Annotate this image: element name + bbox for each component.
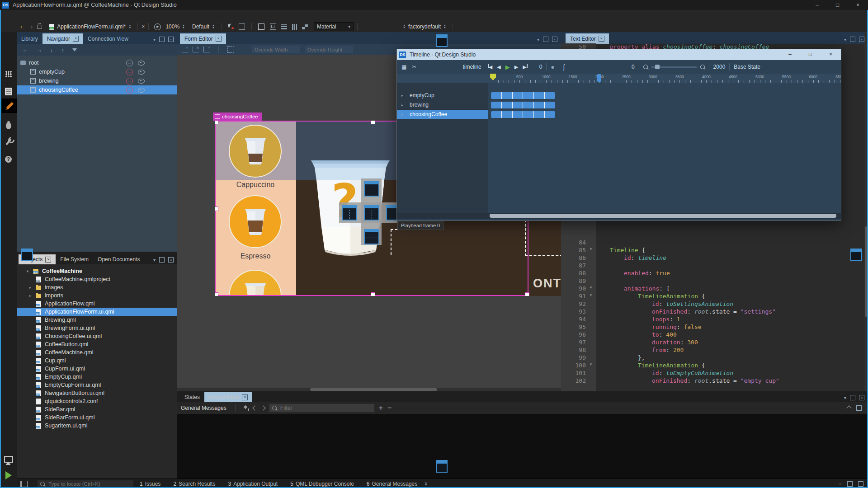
export-icon[interactable]: ← <box>126 60 133 66</box>
help-mode-icon[interactable]: ? <box>0 152 17 166</box>
file-row[interactable]: Cup.qml <box>17 357 177 365</box>
material-dropdown[interactable]: Material▾ <box>314 22 354 31</box>
timeline-zoom-slider[interactable] <box>651 66 697 68</box>
close-tab-icon[interactable]: × <box>216 36 222 42</box>
document-stepper[interactable]: ▲▼ <box>128 24 131 29</box>
prev-item-icon[interactable] <box>252 405 257 410</box>
export-icon[interactable]: ← <box>126 78 133 84</box>
navigator-tree-row[interactable]: choosingCoffee ← <box>17 85 177 94</box>
move-up-icon[interactable]: ↑ <box>61 47 65 53</box>
file-row[interactable]: ▸ imports <box>17 291 177 300</box>
play-icon[interactable]: ▶ <box>505 64 510 70</box>
kit-selector[interactable]: factorydefault <box>408 23 441 30</box>
file-row[interactable]: NavigationButton.ui.qml <box>17 389 177 397</box>
fold-icon[interactable]: ▾ <box>586 285 596 293</box>
panel-layout-icon[interactable] <box>847 481 853 487</box>
timeline-titlebar[interactable]: DS Timeline - Qt Design Studio – □ × <box>397 49 841 60</box>
panel-icon[interactable] <box>856 405 862 411</box>
expander-icon[interactable]: ▸ <box>401 94 406 98</box>
close-panel-icon[interactable]: × <box>168 257 174 263</box>
zoom-in-icon[interactable] <box>700 65 705 69</box>
lock-icon[interactable] <box>37 25 42 29</box>
zoom-out-icon[interactable]: − <box>387 404 392 412</box>
file-row[interactable]: CoffeeMachine.qmlproject <box>17 275 177 283</box>
chevron-down-icon[interactable]: ▾ <box>153 37 156 42</box>
chevron-down-icon[interactable]: ▾ <box>844 395 846 400</box>
fold-icon[interactable]: ▾ <box>586 362 596 370</box>
edit-mode-icon[interactable] <box>0 84 17 98</box>
file-row[interactable]: qtquickcontrols2.conf <box>17 397 177 405</box>
file-row[interactable]: ChoosingCoffee.ui.qml <box>17 332 177 340</box>
close-button[interactable]: × <box>848 0 868 10</box>
timeline-track[interactable]: ▸ brewing <box>397 100 841 110</box>
next-frame-icon[interactable]: ▶ <box>514 64 518 70</box>
form-editor-tab[interactable]: Form Editor× <box>180 33 226 44</box>
output-pane-button[interactable]: 2Search Results <box>173 481 215 487</box>
close-tab-icon[interactable]: × <box>599 36 604 42</box>
kit-target-icon[interactable] <box>0 453 17 465</box>
filter-input[interactable] <box>279 404 354 412</box>
expander-icon[interactable]: ▸ <box>401 103 406 107</box>
close-document-icon[interactable]: × <box>142 23 145 30</box>
expander-icon[interactable]: ▸ <box>29 286 36 290</box>
dock-left-indicator[interactable] <box>342 205 357 221</box>
minimize-button[interactable]: – <box>807 0 827 10</box>
file-row[interactable]: EmptyCupForm.ui.qml <box>17 381 177 389</box>
maximize-button[interactable]: □ <box>827 0 848 10</box>
locator-input[interactable] <box>47 481 122 487</box>
kit-stepper-right[interactable]: ▲▼ <box>443 24 446 29</box>
dock-edge-bottom-indicator[interactable] <box>436 460 448 473</box>
file-row[interactable]: ApplicationFlow.qml <box>17 300 177 308</box>
close-tab-icon[interactable]: × <box>73 36 79 42</box>
output-pane-button[interactable]: 6General Messages <box>367 481 417 487</box>
expander-icon[interactable]: ▸ <box>29 294 36 298</box>
dock-bottom-indicator[interactable] <box>364 229 379 244</box>
zoom-in-icon[interactable]: + <box>379 404 383 412</box>
eye-icon[interactable] <box>138 70 145 75</box>
visibility-list-icon[interactable] <box>281 24 287 29</box>
file-row[interactable]: ▸ images <box>17 283 177 291</box>
projects-tab[interactable]: File System× <box>56 254 93 264</box>
dock-edge-top-indicator[interactable] <box>436 34 448 47</box>
title-bar[interactable]: DS ApplicationFlowForm.ui.qml @ CoffeeMa… <box>0 0 868 10</box>
to-end-icon[interactable]: ▶ <box>523 64 527 70</box>
no-snapping-icon[interactable] <box>182 47 188 52</box>
close-tab-icon[interactable]: × <box>45 257 51 263</box>
current-keyframe-field[interactable]: 0 <box>632 64 635 70</box>
navigator-tree-row[interactable]: emptyCup ← <box>17 67 177 76</box>
pane-stepper[interactable]: ▲▼ <box>425 482 427 486</box>
minimize-button[interactable]: – <box>780 49 800 59</box>
show-bounds-icon[interactable] <box>227 46 234 53</box>
output-tab[interactable]: States× <box>180 392 204 402</box>
minimize-pane-icon[interactable]: − <box>839 481 842 487</box>
move-left-icon[interactable]: ← <box>22 47 28 53</box>
file-row[interactable]: SideBar.qml <box>17 405 177 413</box>
split-panel-icon[interactable] <box>159 37 165 42</box>
espresso-button[interactable] <box>229 195 282 248</box>
dock-center-indicator[interactable] <box>364 205 379 221</box>
to-start-icon[interactable]: ◀ <box>488 64 492 70</box>
timeline-settings-icon[interactable]: ▦ <box>401 64 406 70</box>
split-panel-icon[interactable] <box>850 395 855 400</box>
playhead-frame-field[interactable]: 0 <box>539 64 542 70</box>
maximize-pane-icon[interactable] <box>846 405 851 410</box>
close-panel-icon[interactable]: × <box>552 37 557 42</box>
output-log[interactable] <box>177 414 868 479</box>
file-row[interactable]: SideBarForm.ui.qml <box>17 413 177 422</box>
snap-items-icon[interactable] <box>270 23 276 30</box>
dock-edge-left-indicator[interactable] <box>21 249 33 261</box>
back-icon[interactable]: ‹ <box>20 23 23 30</box>
file-row[interactable]: CoffeeButton.qml <box>17 340 177 348</box>
welcome-mode-icon[interactable] <box>0 67 17 81</box>
chevron-down-icon[interactable]: ▾ <box>844 37 846 42</box>
timeline-track[interactable]: ▸ emptyCup <box>397 91 841 100</box>
dock-top-indicator[interactable] <box>364 181 379 197</box>
slider-knob[interactable] <box>655 65 660 69</box>
forward-icon[interactable]: › <box>31 23 33 30</box>
fold-icon[interactable]: ▾ <box>586 247 596 254</box>
export-icon[interactable]: ← <box>126 69 133 75</box>
timeline-ruler[interactable]: 5001000150020002500300035004000450050005… <box>397 74 841 83</box>
timeline-window[interactable]: DS Timeline - Qt Design Studio – □ × ▦ ✂… <box>396 49 841 221</box>
eye-icon[interactable] <box>138 61 145 66</box>
end-marker[interactable] <box>597 74 601 82</box>
